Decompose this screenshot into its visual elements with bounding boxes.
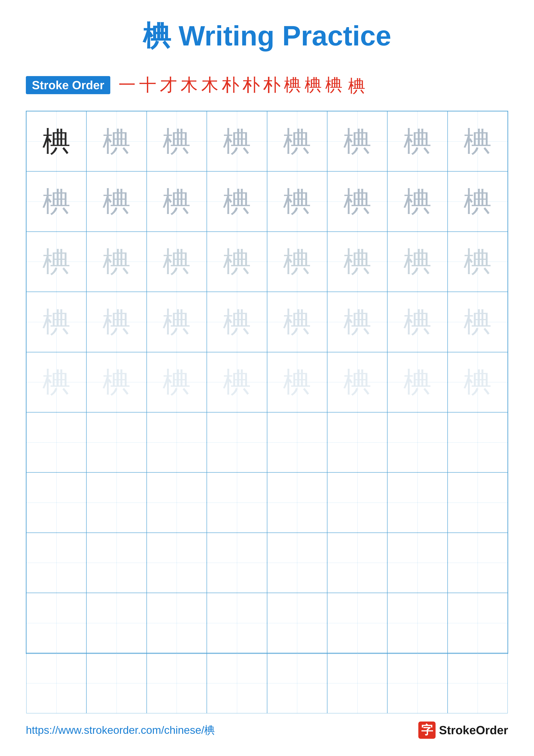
grid-cell-8-5[interactable] [327, 593, 387, 653]
grid-cell-0-5[interactable]: 椣 [327, 111, 387, 171]
grid-cell-9-3[interactable] [207, 653, 267, 713]
grid-cell-1-5[interactable]: 椣 [327, 171, 387, 231]
stroke-5: 木 [201, 73, 218, 97]
grid-cell-4-0[interactable]: 椣 [26, 352, 87, 412]
grid-cell-7-4[interactable] [267, 533, 327, 593]
footer-url: https://www.strokeorder.com/chinese/椣 [26, 723, 215, 738]
stroke-2: 十 [139, 73, 156, 97]
grid-cell-2-0[interactable]: 椣 [26, 232, 87, 292]
grid-cell-7-3[interactable] [207, 533, 267, 593]
grid-cell-6-2[interactable] [147, 472, 207, 532]
grid-cell-2-1[interactable]: 椣 [87, 232, 146, 292]
stroke-9: 椣 [284, 73, 301, 97]
grid-cell-6-4[interactable] [267, 472, 327, 532]
grid-cell-9-4[interactable] [267, 653, 327, 713]
grid-cell-4-1[interactable]: 椣 [87, 352, 146, 412]
grid-cell-1-1[interactable]: 椣 [87, 171, 146, 231]
grid-cell-4-4[interactable]: 椣 [267, 352, 327, 412]
grid-cell-1-6[interactable]: 椣 [387, 171, 447, 231]
grid-cell-3-5[interactable]: 椣 [327, 292, 387, 352]
grid-cell-7-2[interactable] [147, 533, 207, 593]
grid-cell-6-3[interactable] [207, 472, 267, 532]
grid-cell-6-6[interactable] [387, 472, 447, 532]
grid-cell-7-5[interactable] [327, 533, 387, 593]
grid-cell-4-2[interactable]: 椣 [147, 352, 207, 412]
grid-cell-9-0[interactable] [26, 653, 87, 713]
grid-cell-3-4[interactable]: 椣 [267, 292, 327, 352]
grid-cell-3-1[interactable]: 椣 [87, 292, 146, 352]
grid-cell-5-1[interactable] [87, 412, 146, 472]
grid-cell-8-0[interactable] [26, 593, 87, 653]
footer: https://www.strokeorder.com/chinese/椣 字 … [26, 721, 508, 739]
grid-cell-5-2[interactable] [147, 412, 207, 472]
grid-cell-9-5[interactable] [327, 653, 387, 713]
grid-cell-2-2[interactable]: 椣 [147, 232, 207, 292]
grid-cell-7-6[interactable] [387, 533, 447, 593]
grid-cell-6-7[interactable] [447, 472, 508, 532]
grid-cell-2-3[interactable]: 椣 [207, 232, 267, 292]
practice-grid: 椣椣椣椣椣椣椣椣椣椣椣椣椣椣椣椣椣椣椣椣椣椣椣椣椣椣椣椣椣椣椣椣椣椣椣椣椣椣椣椣 [26, 111, 508, 654]
stroke-1: 一 [118, 73, 136, 97]
grid-cell-4-3[interactable]: 椣 [207, 352, 267, 412]
grid-cell-7-0[interactable] [26, 533, 87, 593]
grid-cell-8-2[interactable] [147, 593, 207, 653]
stroke-sequence: 一 十 才 木 木 朴 朴 朴 椣 椣 椣 [117, 73, 344, 97]
grid-cell-3-6[interactable]: 椣 [387, 292, 447, 352]
grid-cell-8-4[interactable] [267, 593, 327, 653]
grid-cell-8-7[interactable] [447, 593, 508, 653]
grid-cell-0-1[interactable]: 椣 [87, 111, 146, 171]
stroke-3: 才 [160, 73, 177, 97]
grid-cell-0-7[interactable]: 椣 [447, 111, 508, 171]
grid-cell-5-6[interactable] [387, 412, 447, 472]
grid-cell-4-5[interactable]: 椣 [327, 352, 387, 412]
grid-cell-7-7[interactable] [447, 533, 508, 593]
grid-cell-0-4[interactable]: 椣 [267, 111, 327, 171]
logo-text: StrokeOrder [439, 723, 508, 737]
grid-cell-5-7[interactable] [447, 412, 508, 472]
grid-cell-3-0[interactable]: 椣 [26, 292, 87, 352]
grid-cell-6-0[interactable] [26, 472, 87, 532]
grid-cell-2-5[interactable]: 椣 [327, 232, 387, 292]
grid-cell-7-1[interactable] [87, 533, 146, 593]
grid-cell-8-6[interactable] [387, 593, 447, 653]
stroke-7: 朴 [242, 73, 260, 97]
stroke-4: 木 [181, 73, 198, 97]
grid-cell-9-7[interactable] [447, 653, 508, 713]
grid-cell-4-7[interactable]: 椣 [447, 352, 508, 412]
grid-cell-0-0[interactable]: 椣 [26, 111, 87, 171]
grid-cell-8-1[interactable] [87, 593, 146, 653]
grid-cell-0-6[interactable]: 椣 [387, 111, 447, 171]
grid-cell-5-0[interactable] [26, 412, 87, 472]
grid-cell-4-6[interactable]: 椣 [387, 352, 447, 412]
stroke-6: 朴 [222, 73, 239, 97]
grid-cell-2-6[interactable]: 椣 [387, 232, 447, 292]
grid-cell-8-3[interactable] [207, 593, 267, 653]
grid-cell-5-3[interactable] [207, 412, 267, 472]
grid-cell-0-3[interactable]: 椣 [207, 111, 267, 171]
stroke-final: 椣 [348, 74, 365, 98]
grid-cell-9-6[interactable] [387, 653, 447, 713]
grid-cell-1-7[interactable]: 椣 [447, 171, 508, 231]
grid-cell-3-2[interactable]: 椣 [147, 292, 207, 352]
footer-logo: 字 StrokeOrder [418, 721, 508, 739]
page: 椣 Writing Practice Stroke Order 一 十 才 木 … [0, 0, 534, 756]
stroke-10: 椣 [305, 73, 322, 97]
stroke-8: 朴 [263, 73, 280, 97]
grid-cell-3-7[interactable]: 椣 [447, 292, 508, 352]
stroke-11: 椣 [325, 73, 343, 97]
grid-cell-9-2[interactable] [147, 653, 207, 713]
grid-cell-1-2[interactable]: 椣 [147, 171, 207, 231]
grid-cell-5-5[interactable] [327, 412, 387, 472]
stroke-order-label: Stroke Order [26, 76, 110, 94]
grid-cell-1-3[interactable]: 椣 [207, 171, 267, 231]
grid-cell-0-2[interactable]: 椣 [147, 111, 207, 171]
grid-cell-6-5[interactable] [327, 472, 387, 532]
grid-cell-9-1[interactable] [87, 653, 146, 713]
grid-cell-3-3[interactable]: 椣 [207, 292, 267, 352]
grid-cell-2-7[interactable]: 椣 [447, 232, 508, 292]
grid-cell-5-4[interactable] [267, 412, 327, 472]
grid-cell-2-4[interactable]: 椣 [267, 232, 327, 292]
grid-cell-6-1[interactable] [87, 472, 146, 532]
grid-cell-1-4[interactable]: 椣 [267, 171, 327, 231]
grid-cell-1-0[interactable]: 椣 [26, 171, 87, 231]
